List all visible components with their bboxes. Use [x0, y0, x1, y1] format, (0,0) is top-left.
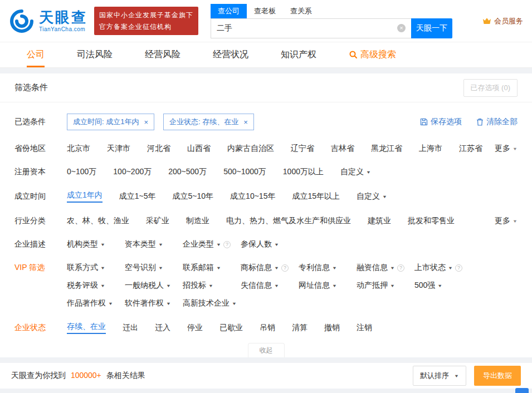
chevron-down-icon: ▼: [208, 283, 213, 288]
more-link[interactable]: 更多 ▼: [488, 144, 518, 154]
filter-option[interactable]: 500~1000万: [223, 167, 266, 177]
filter-row-label: 企业描述: [14, 239, 67, 249]
nav-judicial-risk[interactable]: 司法风险: [77, 43, 113, 67]
filter-option[interactable]: 江苏省: [459, 144, 482, 154]
filter-option[interactable]: 制造业: [186, 216, 209, 226]
filter-option[interactable]: 自定义▼: [340, 167, 371, 177]
filter-option[interactable]: 税务评级▼: [67, 281, 125, 291]
filter-option[interactable]: 上海市: [419, 144, 442, 154]
chevron-down-icon: ▼: [437, 283, 442, 288]
filter-option[interactable]: 一般纳税人▼: [125, 281, 183, 291]
filter-option[interactable]: 已歇业: [219, 323, 243, 333]
filter-option[interactable]: 500强▼: [414, 281, 472, 291]
filter-option-label: 参保人数: [241, 239, 272, 249]
filter-option[interactable]: 商标信息▼?: [241, 263, 299, 273]
export-button[interactable]: 导出数据: [474, 366, 521, 386]
filter-option[interactable]: 软件著作权▼: [125, 298, 183, 308]
filter-option[interactable]: 内蒙古自治区: [227, 144, 274, 154]
filter-option[interactable]: 0~100万: [67, 167, 96, 177]
filter-option[interactable]: 自定义▼: [357, 191, 387, 202]
nav-company[interactable]: 公司: [27, 43, 45, 67]
filter-option[interactable]: 成立15年以上: [292, 191, 340, 202]
filter-option[interactable]: 迁入: [155, 323, 170, 333]
nav-operation-risk[interactable]: 经营风险: [145, 43, 180, 67]
filter-option[interactable]: 专利信息▼: [299, 263, 357, 273]
filter-option[interactable]: 失信信息▼: [241, 281, 299, 291]
filter-option[interactable]: 清算: [292, 323, 308, 333]
filter-option-label: 成立10~15年: [230, 191, 275, 202]
filter-option[interactable]: 成立1~5年: [119, 191, 156, 202]
search-input[interactable]: [217, 24, 397, 33]
collapse-button[interactable]: 收起: [248, 343, 285, 357]
filter-option[interactable]: 网址信息▼: [299, 281, 357, 291]
filter-option[interactable]: 1000万以上: [283, 167, 324, 177]
filter-option[interactable]: 山西省: [187, 144, 211, 154]
filter-option[interactable]: 黑龙江省: [371, 144, 402, 154]
filter-option[interactable]: 撤销: [324, 323, 340, 333]
filter-option[interactable]: 作品著作权▼: [67, 298, 125, 308]
filter-option[interactable]: 企业类型▼?: [183, 239, 241, 249]
tab-search-company[interactable]: 查公司: [211, 4, 247, 18]
filter-option[interactable]: 200~500万: [168, 167, 207, 177]
saved-options-button[interactable]: 已存选项 (0): [463, 79, 518, 97]
filter-option[interactable]: 农、林、牧、渔业: [67, 216, 129, 226]
filter-option[interactable]: 高新技术企业▼: [183, 298, 241, 308]
more-link[interactable]: 更多 ▼: [488, 216, 518, 226]
filter-row-province: 省份地区 北京市天津市河北省山西省内蒙古自治区辽宁省吉林省黑龙江省上海市江苏省 …: [14, 137, 518, 160]
save-options-link[interactable]: 保存选项: [420, 117, 462, 127]
results-actions: 默认排序 ▼ 导出数据: [413, 366, 521, 386]
filter-option-label: 采矿业: [146, 216, 169, 226]
close-icon[interactable]: ×: [144, 118, 148, 126]
nav-operation-status[interactable]: 经营状况: [213, 43, 248, 67]
floating-widget-fragment[interactable]: [515, 388, 529, 393]
filter-option[interactable]: 100~200万: [113, 167, 152, 177]
tab-search-boss[interactable]: 查老板: [247, 4, 283, 18]
filter-option[interactable]: 建筑业: [368, 216, 391, 226]
filter-option[interactable]: 电力、热力、燃气及水生产和供应业: [226, 216, 351, 226]
filter-option[interactable]: 北京市: [67, 144, 90, 154]
filter-option[interactable]: 吉林省: [331, 144, 354, 154]
filter-option[interactable]: 联系方式▼: [67, 263, 125, 273]
search-button[interactable]: 天眼一下: [411, 18, 452, 38]
filter-option[interactable]: 融资信息▼?: [357, 263, 414, 273]
filter-option[interactable]: 采矿业: [146, 216, 169, 226]
selected-filter-tag[interactable]: 成立时间: 成立1年内 ×: [67, 114, 154, 130]
filter-option[interactable]: 动产抵押▼: [357, 281, 414, 291]
chevron-down-icon: ▼: [390, 283, 395, 288]
clear-all-link[interactable]: 清除全部: [476, 117, 518, 127]
filter-option[interactable]: 资本类型▼: [125, 239, 183, 249]
filter-option[interactable]: 联系邮箱▼: [183, 263, 241, 273]
filter-option[interactable]: 吊销: [260, 323, 275, 333]
filter-option[interactable]: 停业: [187, 323, 203, 333]
filter-option[interactable]: 招投标▼: [183, 281, 241, 291]
filter-option[interactable]: 成立5~10年: [173, 191, 214, 202]
member-service[interactable]: 会员服务: [482, 16, 523, 26]
chevron-down-icon: ▼: [166, 283, 171, 288]
filter-option[interactable]: 辽宁省: [291, 144, 314, 154]
member-service-label: 会员服务: [494, 16, 523, 26]
logo[interactable]: 天眼查 TianYanCha.com: [9, 8, 87, 34]
clear-icon[interactable]: ×: [397, 24, 406, 32]
filter-option[interactable]: 迁出: [123, 323, 138, 333]
filter-option-label: 内蒙古自治区: [227, 144, 274, 154]
filter-option[interactable]: 上市状态▼?: [414, 263, 472, 273]
filter-option[interactable]: 成立10~15年: [230, 191, 275, 202]
filter-option[interactable]: 成立1年内: [67, 190, 103, 203]
chevron-down-icon: ▼: [366, 170, 371, 175]
filter-option[interactable]: 机构类型▼: [67, 239, 125, 249]
filter-option-label: 吊销: [260, 323, 275, 333]
results-prefix: 天眼查为你找到: [11, 371, 66, 380]
nav-intellectual-property[interactable]: 知识产权: [281, 43, 316, 67]
sort-dropdown[interactable]: 默认排序 ▼: [413, 366, 466, 386]
advanced-search[interactable]: 高级搜索: [349, 43, 396, 67]
filter-option[interactable]: 空号识别▼: [125, 263, 183, 273]
tab-search-relation[interactable]: 查关系: [283, 4, 319, 18]
selected-filter-tag[interactable]: 企业状态: 存续、在业 ×: [163, 114, 254, 130]
filter-option[interactable]: 天津市: [107, 144, 130, 154]
filter-option[interactable]: 注销: [357, 323, 372, 333]
filter-option[interactable]: 批发和零售业: [408, 216, 455, 226]
filter-option[interactable]: 存续、在业: [67, 322, 106, 334]
filter-option[interactable]: 参保人数▼: [241, 239, 299, 249]
filter-option[interactable]: 河北省: [147, 144, 170, 154]
close-icon[interactable]: ×: [243, 118, 248, 126]
